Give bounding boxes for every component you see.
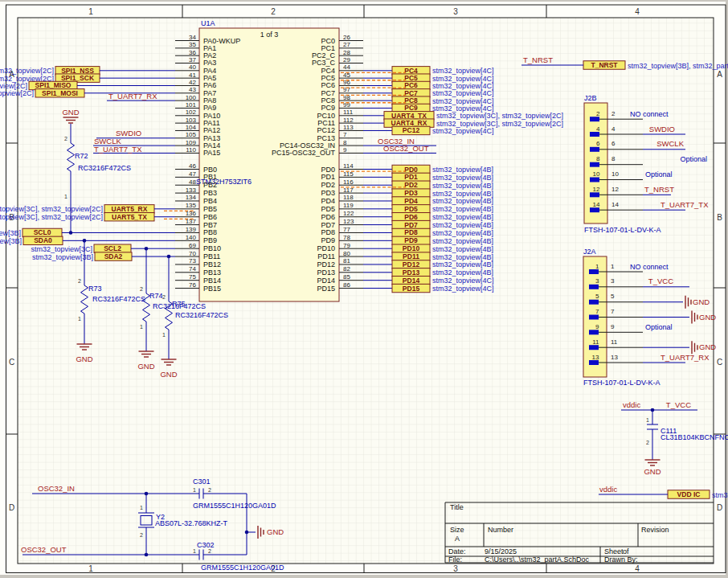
gnd-label[interactable]: GND [76,355,92,363]
port-label-sda0: SDA0 [34,236,52,244]
net-label[interactable]: T_UART7_RX [108,92,157,100]
ic-designator[interactable]: U1A [201,19,215,27]
port-label-pd15: PD15 [403,285,420,293]
capacitor-designator[interactable]: C302 [197,541,215,549]
sheet-ref-pd4: stm32_topview[4B] [432,197,493,205]
sheet-ref-pd6: stm32_topview[4B] [432,213,493,221]
resistor-designator[interactable]: R75 [172,300,186,308]
connector-pin-pad[interactable] [590,132,599,137]
connector-pin-net-label[interactable]: Optional [680,155,707,163]
gnd-label[interactable]: GND [137,362,154,371]
sheet-ref-sda0: stm32_topview[3B] [0,237,22,245]
resistor-value[interactable]: RC3216F472CS [175,311,228,319]
connector-part-number[interactable]: FTSH-107-01-L-DV-K-A [583,379,661,387]
connector-pin-pad[interactable] [590,178,599,182]
connector-pin-number: 3 [611,277,615,285]
connector-pin-net-label[interactable]: SWCLK [656,139,684,148]
connector-designator[interactable]: J2B [584,94,597,102]
zone-column-label: 4 [635,564,640,573]
connector-pin-net-label[interactable]: T_UART7_TX [661,200,709,209]
port-label-pd3: PD3 [404,189,418,197]
resistor-designator[interactable]: R73 [88,285,102,293]
connector-pin-net-label[interactable]: NO connect [630,110,669,118]
zone-column-label: 1 [88,7,93,16]
connector-pin-net-label[interactable]: Optional [645,323,673,331]
sheet-ref-uart5_rx: stm32_topview[3C], stm32_topview[2C] [0,205,103,213]
pin-number: 35 [189,41,196,48]
gnd-label[interactable]: GND [267,527,284,536]
net-label[interactable]: OSC32_OUT [383,144,429,153]
pin-2-marker: 2 [140,532,143,538]
net-label[interactable]: T_VCC [666,400,691,409]
port-label-uart5_rx: UART5_RX [112,205,148,213]
pin-number: 36 [189,49,196,56]
gnd-label[interactable]: GND [62,108,79,117]
capacitor-value[interactable]: GRM1555C1H120GA01D [201,564,284,572]
connector-pin-net-label[interactable]: T_UART7_RX [661,353,710,362]
junction-dot [167,255,171,259]
pin-number: 47 [189,170,196,178]
connector-pin-pad[interactable] [590,192,599,197]
pin-number: 43 [189,86,196,93]
pin-number: 109 [186,139,197,146]
connector-pin-net-label[interactable]: GND [693,297,710,306]
sheet-ref-scl0: stm32_topview[3B] [0,229,21,237]
pin-name: PB4 [203,197,217,205]
number-label: Number [488,526,513,534]
connector-pin-pad[interactable] [590,162,599,167]
resistor-designator[interactable]: R74 [149,292,163,300]
connector-pin-pad[interactable] [590,117,599,121]
net-label[interactable]: vddic [623,400,640,409]
pin-name: PB1 [203,173,217,181]
resistor-value[interactable]: RC3216F472CS [78,164,131,172]
capacitor-designator[interactable]: C301 [193,478,211,486]
gnd-label[interactable]: GND [160,370,177,379]
connector-pin-pad[interactable] [589,315,599,320]
ic-subpart-label: 1 of 3 [260,31,279,39]
pin-number: 100 [186,94,197,101]
pin-number: 81 [343,257,350,264]
net-label[interactable]: OSC32_OUT [21,545,67,554]
connector-pin-net-label[interactable]: NO connect [630,263,669,271]
pin-name: PD15 [317,285,335,293]
connector-pin-number: 13 [592,354,599,361]
connector-pin-net-label[interactable]: SWDIO [649,125,675,133]
pin-number: 9 [343,146,347,154]
junction-dot [69,231,73,235]
sheet-ref-pd15: stm32_topview[4C] [432,285,494,293]
net-label[interactable]: vddic [599,485,617,494]
net-label[interactable]: T_UART7_TX [94,145,142,154]
capacitor-value[interactable]: CL31B104KBCNFNC [661,433,728,441]
connector-pin-pad[interactable] [590,207,599,212]
pin-number: 34 [189,34,196,41]
connector-pin-net-label[interactable]: Optional [645,170,673,178]
size-value: A [455,535,460,543]
date-label: Date: [448,547,466,555]
pin-number: 118 [343,194,354,201]
connector-pin-net-label[interactable]: GND [699,313,716,322]
resistor-value[interactable]: RC3216F472CS [92,295,145,303]
connector-pin-net-label[interactable]: T_NRST [644,185,674,194]
connector-pin-net-label[interactable]: GND [699,342,716,351]
connector-part-number[interactable]: FTSH-107-01-L-DV-K-A [584,226,661,234]
connector-designator[interactable]: J2A [583,248,596,256]
connector-pin-pad[interactable] [589,269,599,274]
gnd-label[interactable]: GND [644,467,661,476]
net-label[interactable]: OSC32_IN [38,484,75,493]
pin-name: PB7 [203,221,217,229]
crystal-value[interactable]: ABS07L-32.768KHZ-T [155,519,228,527]
resistor-designator[interactable]: R72 [75,152,88,160]
connector-pin-pad[interactable] [590,147,599,152]
pin-1-marker: 1 [140,324,143,330]
zone-row-label: A [717,70,722,79]
pin-2-marker: 2 [64,136,67,141]
connector-pin-pad[interactable] [589,345,599,350]
capacitor-value[interactable]: GRM1555C1H120GA01D [193,502,276,510]
connector-pin-pad[interactable] [589,330,599,334]
connector-pin-pad[interactable] [589,300,599,305]
schematic-canvas[interactable]: 11223344AABBCCDDTitleSizeANumberRevision… [0,0,728,578]
connector-pin-pad[interactable] [589,285,599,289]
connector-pin-pad[interactable] [589,360,599,365]
connector-pin-net-label[interactable]: T_VCC [648,277,673,285]
net-label[interactable]: T_NRST [523,55,553,64]
